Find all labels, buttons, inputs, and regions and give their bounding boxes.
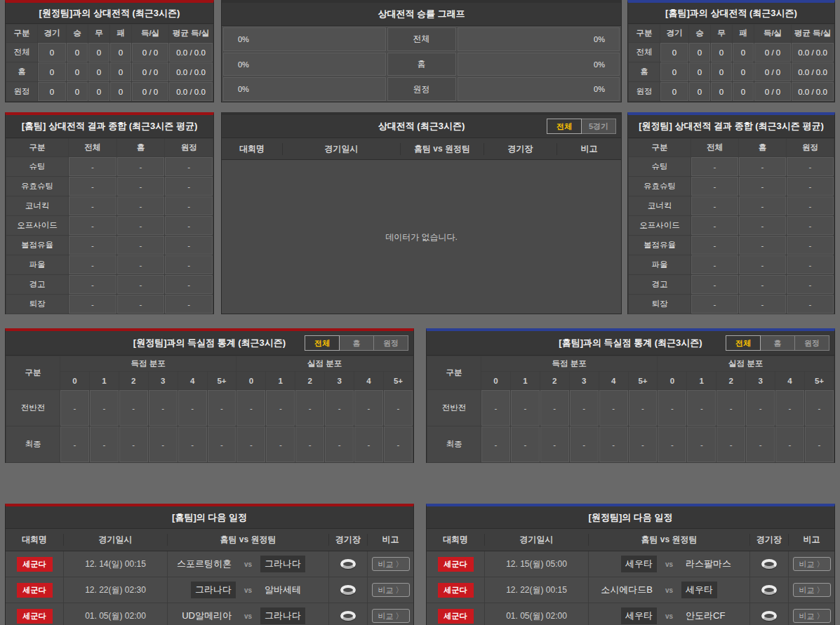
stat-cell: - — [739, 295, 786, 314]
stat-cell: - — [805, 390, 834, 426]
league-badge[interactable]: 세군다 — [17, 609, 53, 624]
stat-cell: - — [787, 275, 834, 294]
table-row: 슈팅--- — [6, 157, 213, 176]
league-badge[interactable]: 세군다 — [438, 609, 474, 624]
stat-cell: - — [739, 236, 786, 255]
stat-cell: - — [787, 216, 834, 235]
stat-cell: - — [165, 196, 213, 215]
tab-away[interactable]: 원정 — [373, 335, 408, 351]
match-teams: 그라나다 vs 알바세테 — [167, 577, 328, 603]
stadium-icon[interactable] — [340, 585, 356, 595]
compare-button[interactable]: 비교 〉 — [793, 583, 831, 597]
stat-cell: - — [165, 157, 213, 176]
panel-home-h2h-record: [홈팀]과의 상대전적 (최근3시즌) 구분 경기 승 무 패 득/실 평균 득… — [627, 0, 835, 102]
stat-cell: 0 — [67, 82, 88, 101]
corner-header: 구분 — [6, 356, 60, 389]
panel-away-goal-stats: [원정팀]과의 득실점 통계 (최근3시즌) 전체 홈 원정 구분 득점 분포 … — [5, 328, 414, 463]
match-teams: UD알메리아 vs 그라나다 — [167, 603, 328, 625]
stat-cell: 0.0 / 0.0 — [169, 43, 213, 62]
schedule-row: 세군다 01. 05(월) 02:00 UD알메리아 vs 그라나다 비교 〉 — [6, 603, 413, 625]
stat-cell: - — [691, 275, 738, 294]
stadium-icon[interactable] — [761, 559, 777, 569]
stat-cell: 0 / 0 — [754, 82, 791, 101]
col-header: 4 — [354, 372, 383, 389]
goal-stats-table: 구분 득점 분포 실점 분포 0 1 2 3 4 5+ 0 1 2 3 4 5+… — [6, 356, 413, 463]
stat-cell: - — [691, 216, 738, 235]
stat-cell: 0 — [88, 82, 109, 101]
stat-cell: - — [787, 255, 834, 274]
tab-all[interactable]: 전체 — [726, 335, 761, 351]
tab-away[interactable]: 원정 — [794, 335, 829, 351]
stat-cell: 0 — [689, 62, 710, 81]
stat-cell: 0.0 / 0.0 — [169, 62, 213, 81]
league-badge[interactable]: 세군다 — [438, 583, 474, 598]
table-row: 전체 0 0 0 0 0 / 0 0.0 / 0.0 — [629, 43, 834, 62]
compare-button[interactable]: 비교 〉 — [372, 583, 410, 597]
stat-cell: - — [165, 275, 213, 294]
col-header: 0 — [236, 372, 265, 389]
panel-title: [홈팀]과의 득실점 통계 (최근3시즌) 전체 홈 원정 — [427, 331, 834, 356]
stat-cell: - — [570, 390, 599, 426]
tab-home[interactable]: 홈 — [760, 335, 795, 351]
stadium-icon[interactable] — [761, 611, 777, 621]
stat-cell: 0 — [67, 62, 88, 81]
stat-cell: - — [787, 236, 834, 255]
stat-cell: 0 / 0 — [132, 82, 168, 101]
tab-all[interactable]: 전체 — [305, 335, 340, 351]
compare-button[interactable]: 비교 〉 — [372, 609, 410, 623]
goals-for-header: 득점 분포 — [60, 356, 236, 371]
stat-cell: - — [691, 157, 738, 176]
league-badge[interactable]: 세군다 — [17, 557, 53, 572]
compare-button[interactable]: 비교 〉 — [793, 557, 831, 571]
stadium-icon[interactable] — [340, 559, 356, 569]
col-header: 1 — [266, 372, 295, 389]
tab-home[interactable]: 홈 — [339, 335, 374, 351]
graph-row: 0% 전체 0% — [223, 27, 620, 51]
stat-cell: - — [325, 426, 354, 462]
table-row: 최종 ------------ — [6, 426, 413, 462]
table-row: 오프사이드--- — [629, 216, 834, 235]
league-badge[interactable]: 세군다 — [17, 583, 53, 598]
tab-all[interactable]: 전체 — [547, 119, 582, 134]
col-header: 패 — [110, 25, 131, 42]
stat-cell: - — [716, 426, 745, 462]
league-badge[interactable]: 세군다 — [438, 557, 474, 572]
stat-cell: 0 — [660, 43, 688, 62]
col-header: 홈팀 vs 원정팀 — [167, 534, 328, 546]
home-winrate-bar: 0% — [223, 53, 386, 76]
row-label: 홈 — [6, 62, 37, 81]
stat-cell: - — [69, 177, 116, 196]
stat-cell: - — [69, 255, 116, 274]
stadium-icon[interactable] — [340, 611, 356, 621]
stat-cell: 0 — [38, 43, 66, 62]
table-row: 오프사이드--- — [6, 216, 213, 235]
stat-cell: - — [69, 295, 116, 314]
table-row: 슈팅--- — [629, 157, 834, 176]
table-row: 전반전 ------------ — [6, 390, 413, 426]
stat-cell: - — [165, 177, 213, 196]
away-team: 그라나다 — [260, 607, 305, 624]
col-header: 1 — [90, 372, 119, 389]
schedule-row: 세군다 12. 22(월) 00:15 소시에다드B vs 세우타 비교 〉 — [427, 577, 834, 603]
col-header: 4 — [775, 372, 804, 389]
h2h-record-table: 구분 경기 승 무 패 득/실 평균 득/실 전체 0 0 0 0 0 / 0 … — [6, 24, 213, 102]
table-row: 홈 0 0 0 0 0 / 0 0.0 / 0.0 — [6, 62, 213, 81]
col-header: 경기일시 — [484, 534, 588, 546]
compare-button[interactable]: 비교 〉 — [793, 609, 831, 623]
col-header: 비고 — [788, 534, 834, 546]
col-header: 5+ — [208, 372, 236, 389]
stat-cell: - — [90, 390, 119, 426]
schedule-row: 세군다 12. 15(월) 05:00 세우타 vs 라스팔마스 비교 〉 — [427, 551, 834, 577]
stat-cell: - — [69, 157, 116, 176]
goals-for-header: 득점 분포 — [481, 356, 657, 371]
col-header: 경기장 — [749, 534, 788, 546]
stadium-icon[interactable] — [761, 585, 777, 595]
compare-button[interactable]: 비교 〉 — [372, 557, 410, 571]
stat-cell: 0 — [711, 62, 732, 81]
col-header: 1 — [687, 372, 716, 389]
col-header: 1 — [511, 372, 540, 389]
row-label: 오프사이드 — [6, 216, 68, 235]
stat-cell: - — [739, 196, 786, 215]
tab-last5[interactable]: 5경기 — [581, 119, 616, 134]
col-header: 경기 — [660, 25, 688, 42]
